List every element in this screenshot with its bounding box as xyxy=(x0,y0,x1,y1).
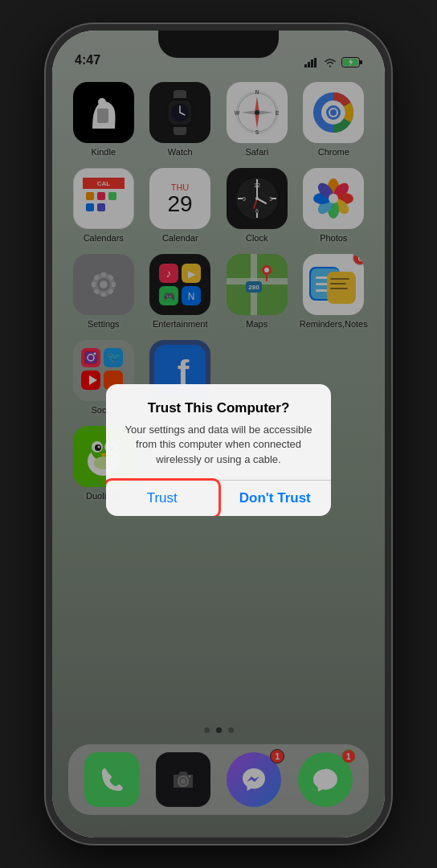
trust-button[interactable]: Trust xyxy=(106,481,219,516)
dialog-title: Trust This Computer? xyxy=(120,400,317,416)
trust-dialog: Trust This Computer? Your settings and d… xyxy=(106,384,331,516)
dialog-buttons: Trust Don't Trust xyxy=(106,480,331,516)
dialog-overlay: Trust This Computer? Your settings and d… xyxy=(52,31,385,837)
dialog-content: Trust This Computer? Your settings and d… xyxy=(106,384,331,480)
dialog-message: Your settings and data will be accessibl… xyxy=(120,423,317,467)
dont-trust-button[interactable]: Don't Trust xyxy=(219,481,332,516)
